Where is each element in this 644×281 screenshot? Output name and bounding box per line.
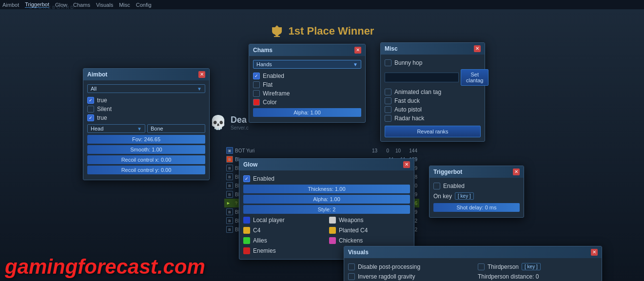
player-icon: B xyxy=(226,182,233,189)
chams-enabled-row: Enabled xyxy=(253,72,361,80)
header-nav: Aimbot Triggerbot Glow Chams Visuals Mis… xyxy=(0,0,644,10)
chevron-down-icon: ▼ xyxy=(197,86,202,92)
glow-enabled-row: Enabled xyxy=(243,174,410,183)
disable-pp-row: Disable post-processing xyxy=(348,262,468,271)
weapons-color[interactable] xyxy=(329,217,336,224)
clantag-input[interactable] xyxy=(385,73,459,82)
allies-color[interactable] xyxy=(243,237,250,244)
weapons-label: Weapons xyxy=(339,217,363,224)
disable-pp-checkbox[interactable] xyxy=(348,263,355,270)
thirdperson-distance-label: Thirdperson distance: 0 xyxy=(478,273,539,280)
visuals-close-button[interactable]: ✕ xyxy=(591,249,598,256)
animated-clan-tag-checkbox[interactable] xyxy=(385,89,391,95)
visuals-panel-header[interactable]: Visuals ✕ xyxy=(344,246,602,258)
enemies-color[interactable] xyxy=(243,247,250,254)
shot-delay-slider[interactable]: Shot delay: 0 ms xyxy=(433,203,520,212)
aimbot-panel-header[interactable]: Aimbot ✕ xyxy=(83,69,209,80)
aimbot-dropdowns: All ▼ xyxy=(87,84,205,93)
aimbot-silent-row: Silent xyxy=(87,105,205,113)
nav-aimbot[interactable]: Aimbot xyxy=(2,2,19,8)
enemies-label: Enemies xyxy=(253,247,276,254)
bunny-hop-label: Bunny hop xyxy=(394,59,422,66)
glow-style-slider[interactable]: Style: 2 xyxy=(243,205,410,214)
chams-alpha-slider[interactable]: Alpha: 1.00 xyxy=(253,108,361,117)
nav-visuals[interactable]: Visuals xyxy=(96,2,113,8)
smooth-slider[interactable]: Smooth: 1.00 xyxy=(87,145,205,154)
thirdperson-checkbox[interactable] xyxy=(478,263,485,270)
misc-panel-header[interactable]: Misc ✕ xyxy=(381,43,485,55)
local-player-color[interactable] xyxy=(243,217,250,224)
player-icon: B xyxy=(226,173,233,180)
misc-close-button[interactable]: ✕ xyxy=(474,45,481,52)
glow-chickens-row: Chickens xyxy=(329,236,410,245)
nav-chams[interactable]: Chams xyxy=(73,2,90,8)
dead-player-info: Dea Server.c xyxy=(231,115,249,131)
thirdperson-key-button[interactable]: [ key ] xyxy=(522,263,541,270)
glow-alpha-slider[interactable]: Alpha: 1.00 xyxy=(243,195,410,204)
triggerbot-key-button[interactable]: [ key ] xyxy=(455,192,474,200)
triggerbot-close-button[interactable]: ✕ xyxy=(513,169,520,175)
nav-config[interactable]: Config xyxy=(136,2,152,8)
chams-panel-header[interactable]: Chams ✕ xyxy=(249,44,365,56)
chams-enabled-checkbox[interactable] xyxy=(253,73,260,79)
chams-material-dropdown[interactable]: Hands ▼ xyxy=(253,60,361,69)
aimbot-enabled-checkbox[interactable] xyxy=(87,97,94,104)
table-row: ▣ BOT Yuri 13 0 10 144 xyxy=(224,146,419,155)
bone-dropdown[interactable]: Bone xyxy=(147,124,205,133)
bunny-hop-checkbox[interactable] xyxy=(385,59,391,66)
thirdperson-distance-row: Thirdperson distance: 0 xyxy=(478,272,598,281)
server-text: Server.c xyxy=(231,125,249,131)
chams-close-button[interactable]: ✕ xyxy=(354,47,361,54)
glow-panel: Glow ✕ Enabled Thickness: 1.00 Alpha: 1.… xyxy=(239,158,414,260)
nav-misc[interactable]: Misc xyxy=(119,2,130,8)
inverse-ragdoll-checkbox[interactable] xyxy=(348,273,355,280)
chams-enabled-label: Enabled xyxy=(263,73,284,79)
chams-flat-checkbox[interactable] xyxy=(253,81,260,88)
trophy-icon xyxy=(270,24,284,38)
glow-planted-c4-row: Planted C4 xyxy=(329,226,410,235)
chams-wireframe-checkbox[interactable] xyxy=(253,90,260,97)
set-clantag-button[interactable]: Set clantag xyxy=(461,69,488,86)
death-area: 💀 Dea Server.c xyxy=(210,114,249,131)
aimbot-enabled-row: true xyxy=(87,96,205,105)
c4-color[interactable] xyxy=(243,227,250,234)
fast-duck-label: Fast duck xyxy=(394,97,420,104)
chevron-down-icon: ▼ xyxy=(137,126,142,131)
planted-c4-color[interactable] xyxy=(329,227,336,234)
auto-pistol-checkbox[interactable] xyxy=(385,106,391,113)
glow-panel-header[interactable]: Glow ✕ xyxy=(239,159,414,170)
glow-local-player-row: Local player xyxy=(243,216,324,225)
aimbot-silent-label: Silent xyxy=(97,106,112,112)
aimbot-close-button[interactable]: ✕ xyxy=(198,71,205,78)
chams-wireframe-label: Wireframe xyxy=(263,90,290,97)
glow-close-button[interactable]: ✕ xyxy=(403,161,410,168)
clantag-row: Set clantag xyxy=(385,69,481,86)
glow-enabled-checkbox[interactable] xyxy=(243,175,250,182)
reveal-ranks-button[interactable]: Reveal ranks xyxy=(385,126,481,137)
animated-clan-tag-row: Animated clan tag xyxy=(385,88,481,96)
chams-color-swatch[interactable] xyxy=(253,99,260,106)
head-dropdown[interactable]: Head ▼ xyxy=(87,124,145,133)
misc-content: Bunny hop Set clantag Animated clan tag … xyxy=(381,55,485,141)
triggerbot-panel-header[interactable]: Triggerbot ✕ xyxy=(429,166,524,178)
radar-hack-checkbox[interactable] xyxy=(385,115,391,122)
glow-weapons-row: Weapons xyxy=(329,216,410,225)
thirdperson-label: Thirdperson xyxy=(488,263,519,270)
triggerbot-enabled-checkbox[interactable] xyxy=(433,183,440,189)
bone-value: Bone xyxy=(151,126,163,131)
visuals-content: Disable post-processing Thirdperson [ ke… xyxy=(344,258,602,281)
recoil-x-slider[interactable]: Recoil control x: 0.00 xyxy=(87,155,205,164)
recoil-y-slider[interactable]: Recoil control y: 0.00 xyxy=(87,166,205,174)
fast-duck-checkbox[interactable] xyxy=(385,97,391,104)
aimbot-visible-checkbox[interactable] xyxy=(87,114,94,121)
aimbot-target-dropdown[interactable]: All ▼ xyxy=(87,84,205,93)
chickens-color[interactable] xyxy=(329,237,336,244)
local-player-label: Local player xyxy=(253,217,285,224)
glow-thickness-slider[interactable]: Thickness: 1.00 xyxy=(243,185,410,193)
player-icon: B xyxy=(226,208,233,215)
aimbot-silent-checkbox[interactable] xyxy=(87,106,94,112)
fov-slider[interactable]: Fov: 246.65 xyxy=(87,135,205,144)
chams-content: Hands ▼ Enabled Flat Wireframe Color Alp… xyxy=(249,56,365,122)
scoreboard-label: SCOREBOARD xyxy=(29,5,75,10)
inverse-ragdoll-row: Inverse ragdoll gravity xyxy=(348,272,468,281)
